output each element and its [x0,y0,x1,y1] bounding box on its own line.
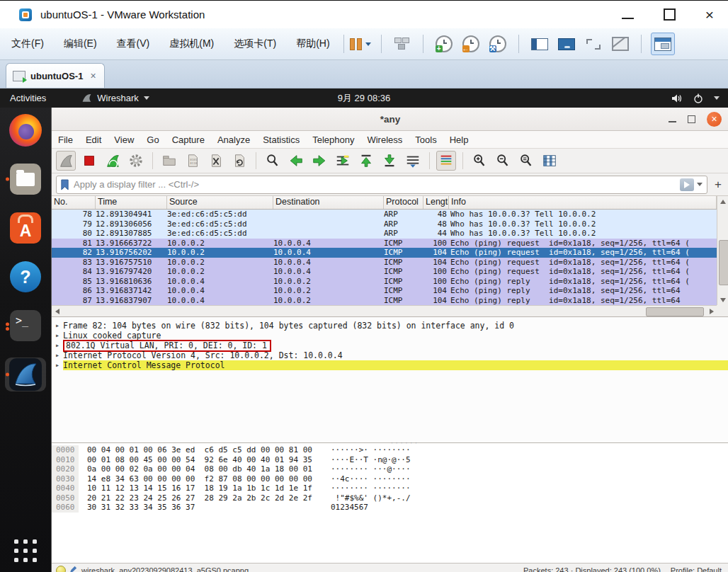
detail-row[interactable]: Internet Control Message Protocol [52,360,728,370]
detail-row[interactable]: 802.1Q Virtual LAN, PRI: 0, DEI: 0, ID: … [52,341,728,350]
packet-row[interactable]: 82 13.916756202 10.0.0.2 10.0.0.4 ICMP 1… [52,248,717,258]
scroll-left-icon[interactable] [52,306,62,316]
packet-row[interactable]: 78 12.891304941 3e:ed:c6:d5:c5:dd ARP 48… [52,210,717,219]
wireshark-menu-item[interactable]: Help [443,132,475,147]
vmware-menu-item[interactable]: 文件(F) [3,33,52,53]
go-forward-button[interactable] [309,151,329,171]
scroll-down-icon[interactable] [717,294,728,305]
expand-arrow-icon[interactable] [52,321,63,331]
zoom-out-button[interactable] [493,151,513,171]
profile[interactable]: Profile: Default [671,566,722,572]
suspend-vm-button[interactable] [349,33,372,55]
vmware-menu-item[interactable]: 帮助(H) [288,33,338,53]
chevron-down-icon[interactable] [365,42,371,46]
unity-mode-button[interactable] [609,33,632,55]
show-applications-button[interactable] [14,539,37,562]
close-button[interactable]: × [707,112,722,127]
wireshark-menu-item[interactable]: Capture [166,132,211,147]
hex-row[interactable]: 0030 14 e8 34 63 00 00 00 00 f2 87 08 00… [52,474,728,484]
vmware-menu-item[interactable]: 虚拟机(M) [161,33,222,53]
expand-arrow-icon[interactable] [52,360,63,370]
show-thumbnail-bar-button[interactable] [555,33,578,55]
expand-arrow-icon[interactable] [52,350,63,360]
expert-info-icon[interactable] [56,566,66,572]
expand-arrow-icon[interactable] [52,341,63,350]
dock-item-wireshark[interactable] [5,358,46,391]
go-bottom-button[interactable] [380,151,399,171]
hex-row[interactable]: 0000 00 04 00 01 00 06 3e ed c6 d5 c5 dd… [52,445,728,455]
goto-packet-button[interactable] [333,151,353,171]
activities-button[interactable]: Activities [10,93,46,103]
save-file-button[interactable]: 01010110 [183,151,203,171]
scroll-up-icon[interactable] [717,196,728,207]
revert-snapshot-button[interactable]: ← [460,33,482,55]
restart-capture-button[interactable] [103,151,123,171]
resize-columns-button[interactable] [540,151,559,171]
take-snapshot-button[interactable]: + [433,33,455,55]
detail-row[interactable]: Internet Protocol Version 4, Src: 10.0.0… [52,350,728,360]
go-top-button[interactable] [356,151,376,171]
scrollbar-thumb[interactable] [719,240,728,285]
vmware-menu-item[interactable]: 选项卡(T) [225,33,285,53]
volume-icon[interactable] [671,93,683,103]
capture-options-button[interactable] [126,151,146,171]
minimize-button[interactable] [622,11,634,19]
start-capture-button[interactable] [56,151,76,171]
wireshark-titlebar[interactable]: *any × [52,108,728,131]
capture-comment-icon[interactable] [69,566,77,572]
packet-row[interactable]: 81 13.916663722 10.0.0.2 10.0.0.4 ICMP 1… [52,239,717,248]
wireshark-menu-item[interactable]: Edit [79,132,108,147]
wireshark-menu-item[interactable]: Wireless [360,132,409,147]
column-time[interactable]: Time [96,196,167,209]
bookmark-icon[interactable] [60,179,69,190]
wireshark-menu-item[interactable]: File [52,132,79,147]
dock-item-firefox[interactable] [5,113,46,147]
apply-filter-button[interactable] [680,178,694,191]
wireshark-menu-item[interactable]: Analyze [211,132,256,147]
fullscreen-button[interactable] [582,33,605,55]
zoom-in-button[interactable] [470,151,489,171]
maximize-button[interactable] [688,115,695,123]
wireshark-menu-item[interactable]: Go [140,132,165,147]
dock-item-software[interactable]: A [5,211,46,245]
packet-row[interactable]: 79 12.891306056 3e:ed:c6:d5:c5:dd ARP 48… [52,219,717,229]
packet-row[interactable]: 86 13.916837142 10.0.0.4 10.0.0.2 ICMP 1… [52,286,717,296]
expand-arrow-icon[interactable] [52,331,63,341]
hex-row[interactable]: 0040 10 11 12 13 14 15 16 17 18 19 1a 1b… [52,484,728,493]
column-no[interactable]: No. [52,196,96,209]
vmware-menu-item[interactable]: 编辑(E) [55,33,106,53]
vmware-menu-item[interactable]: 查看(V) [108,33,159,53]
pane-resize-handle[interactable]: ······ [390,440,419,447]
tab-close-icon[interactable]: × [90,70,96,81]
wireshark-menu-item[interactable]: Telephony [306,132,360,147]
autoscroll-button[interactable] [403,151,423,171]
packet-row[interactable]: 85 13.916810636 10.0.0.4 10.0.0.2 ICMP 1… [52,277,717,287]
open-file-button[interactable] [159,151,179,171]
chevron-down-icon[interactable] [714,96,720,100]
column-protocol[interactable]: Protocol [384,196,423,209]
stop-capture-button[interactable] [79,151,99,171]
find-packet-button[interactable] [263,151,283,171]
capture-file-name[interactable]: wireshark_any20230929082413_a5GS0.pcapng [81,566,249,572]
dock-item-help[interactable]: ? [5,260,46,294]
column-destination[interactable]: Destination [273,196,384,209]
zoom-reset-button[interactable] [516,151,536,171]
display-filter-input[interactable]: Apply a display filter ... <Ctrl-/> [56,176,707,194]
horizontal-scrollbar[interactable] [52,305,717,316]
console-view-button[interactable] [651,33,675,55]
reload-file-button[interactable] [229,151,249,171]
packet-row[interactable]: 84 13.916797420 10.0.0.2 10.0.0.4 ICMP 1… [52,267,717,277]
go-back-button[interactable] [286,151,306,171]
scroll-right-icon[interactable] [706,306,717,316]
minimize-button[interactable] [669,115,676,122]
scrollbar-thumb[interactable] [646,307,704,316]
packet-row[interactable]: 80 12.891307885 3e:ed:c6:d5:c5:dd ARP 44… [52,229,717,239]
hex-row[interactable]: 0050 20 21 22 23 24 25 26 27 28 29 2a 2b… [52,493,728,503]
column-length[interactable]: Length [423,196,449,209]
packet-row[interactable]: 83 13.916757510 10.0.0.2 10.0.0.4 ICMP 1… [52,258,717,268]
hex-row[interactable]: 0010 00 01 08 00 45 00 00 54 92 6e 40 00… [52,455,728,465]
vm-tab-ubuntuos1[interactable]: ubuntuOS-1 × [6,63,105,88]
close-button[interactable]: × [705,9,714,21]
colorize-packets-button[interactable] [436,151,456,171]
dock-item-terminal[interactable]: >_ [5,309,46,343]
